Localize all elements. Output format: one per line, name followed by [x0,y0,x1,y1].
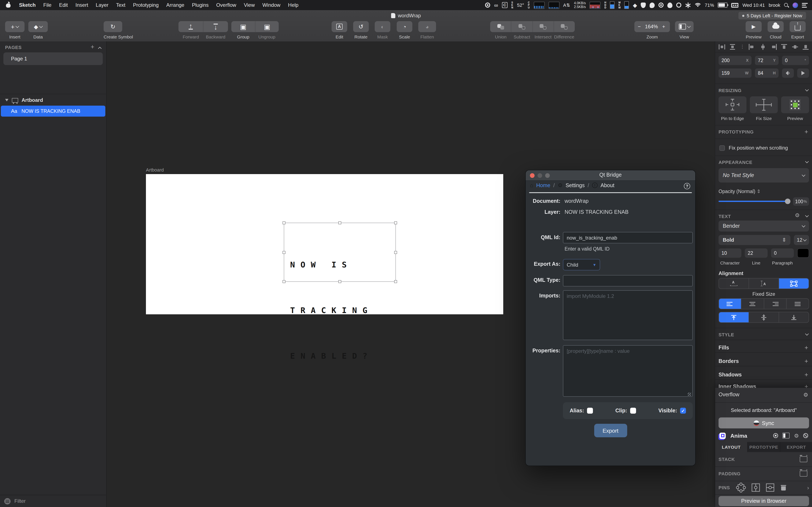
pin-all-edges-icon[interactable] [736,483,746,493]
align-text-top-button[interactable] [719,312,749,322]
toolbar-rotate[interactable]: ↺ Rotate [353,21,369,39]
zoom-out-button[interactable]: − [638,24,641,30]
distribute-vertical-icon[interactable] [729,44,736,50]
add-shadow-icon[interactable]: + [804,372,808,377]
padding-folder-icon[interactable] [800,471,807,476]
pinwheel-icon[interactable] [659,3,664,8]
stack-folder-icon[interactable] [800,456,807,462]
toolbar-insert[interactable]: + Insert [5,21,24,39]
resize-handle[interactable] [283,251,286,254]
text-settings-gear-icon[interactable]: ⚙ [795,212,800,218]
tab-about[interactable]: About [601,182,614,188]
tab-settings[interactable]: Settings [566,182,585,188]
mem-bar-icon[interactable] [624,1,629,9]
loom-icon[interactable] [485,3,490,8]
font-family-dropdown[interactable]: Bender [718,221,809,231]
qml-type-input[interactable] [563,275,693,286]
network-speed[interactable]: 4.0KB/s2.5KB/s [574,1,586,9]
menu-sketch[interactable]: Sketch [19,2,36,8]
add-border-icon[interactable]: + [804,359,808,364]
menu-file[interactable]: File [43,2,52,8]
auto-width-button[interactable]: A [719,278,749,289]
subtract-button[interactable] [511,21,532,32]
menu-edit[interactable]: Edit [59,2,68,8]
fix-position-checkbox[interactable] [719,145,725,151]
toolbar-edit[interactable]: A Edit [332,21,347,39]
chevron-down-icon[interactable] [805,214,809,217]
canvas-text[interactable]: NOW IS TRACKING ENABLED? [284,223,395,394]
align-left-icon[interactable] [749,44,755,50]
qml-id-input[interactable] [563,232,693,243]
resize-handle[interactable] [394,221,397,224]
network-graph-icon[interactable] [590,1,601,9]
resize-handle[interactable] [394,251,397,254]
backward-button[interactable]: ↓ [203,21,228,32]
toolbar-create-symbol[interactable]: ↻ Create Symbol [104,21,122,39]
cpu-graph2-icon[interactable] [548,1,559,9]
zoom-in-button[interactable]: + [662,24,665,30]
opacity-knob[interactable] [785,199,791,204]
resize-handle[interactable] [283,280,286,283]
resize-handle[interactable] [283,221,286,224]
visible-checkbox[interactable]: ✓ [680,408,686,414]
hdd-bar-icon[interactable] [610,1,615,9]
menu-insert[interactable]: Insert [75,2,88,8]
toolbar-mask[interactable]: ◐ Mask [375,21,390,39]
y-field[interactable]: 72Y [755,56,778,65]
toolbar-cloud[interactable]: Cloud [768,21,784,39]
paragraph-spacing-field[interactable]: 0 [771,248,794,258]
resize-preview-button[interactable] [781,96,809,113]
line-spacing-field[interactable]: 22 [745,248,768,258]
height-field[interactable]: 84H [755,68,778,78]
align-text-center-button[interactable] [741,299,764,309]
flip-horizontal-button[interactable] [782,68,794,78]
toolbar-export[interactable]: Export [790,21,806,39]
trash-icon[interactable] [781,485,786,490]
overflow-settings-gear-icon[interactable]: ⚙ [803,391,808,398]
onedrive-icon[interactable] [650,2,655,8]
tab-home[interactable]: Home [536,182,550,188]
collapse-pages-icon[interactable] [98,47,102,51]
justify-text-button[interactable] [786,299,809,309]
toolbar-preview[interactable]: ▶ Preview [746,21,762,39]
pin-center-vertical-icon[interactable] [751,483,760,492]
creative-cloud-icon[interactable]: ∞ [494,2,498,8]
menu-arrange[interactable]: Arrange [166,2,184,8]
time-machine-icon[interactable] [676,3,681,8]
character-spacing-field[interactable]: 10 [718,248,742,258]
tab-layout[interactable]: LAYOUT [715,442,747,452]
menu-layer[interactable]: Layer [96,2,108,8]
page-item[interactable]: Page 1 [3,52,103,65]
anima-disable-icon[interactable] [803,433,808,438]
align-bottom-icon[interactable] [802,44,809,50]
imports-textarea[interactable] [563,290,693,340]
dropbox-icon[interactable]: ◆ [633,2,637,8]
disclosure-triangle-icon[interactable] [5,99,8,101]
export-as-dropdown[interactable]: Child▼ [563,259,600,270]
chevron-right-icon[interactable]: › [807,485,809,491]
snowflake-icon[interactable] [686,2,691,8]
ungroup-button[interactable]: ▣ [255,21,279,32]
sync-button[interactable]: Sync [718,417,809,429]
resize-grip-icon[interactable] [688,393,691,396]
camtasia-icon[interactable]: C [502,2,507,8]
menu-clock[interactable]: Wed 10:41 [743,3,765,8]
properties-textarea[interactable] [563,345,693,397]
battery-icon[interactable] [718,3,728,8]
align-text-left-button[interactable] [719,299,741,309]
username[interactable]: brook [769,3,780,8]
dialog-title-bar[interactable]: Qt Bridge [526,170,695,181]
apple-menu-icon[interactable] [6,2,11,8]
opacity-field[interactable]: 100% [793,197,809,206]
keyboard-icon[interactable] [731,3,739,7]
menu-view[interactable]: View [244,2,255,8]
align-right-icon[interactable] [770,44,777,50]
chevron-down-icon[interactable] [805,160,809,163]
align-middle-vertical-icon[interactable] [792,44,798,50]
pin-to-edge-button[interactable] [718,96,747,113]
trial-badge[interactable]: 5 Days Left - Register Now [738,12,806,19]
text-color-swatch[interactable] [797,248,809,258]
notification-center-icon[interactable] [802,3,808,7]
tab-export[interactable]: EXPORT [780,442,812,452]
artboard-title[interactable]: Artboard [146,167,164,172]
